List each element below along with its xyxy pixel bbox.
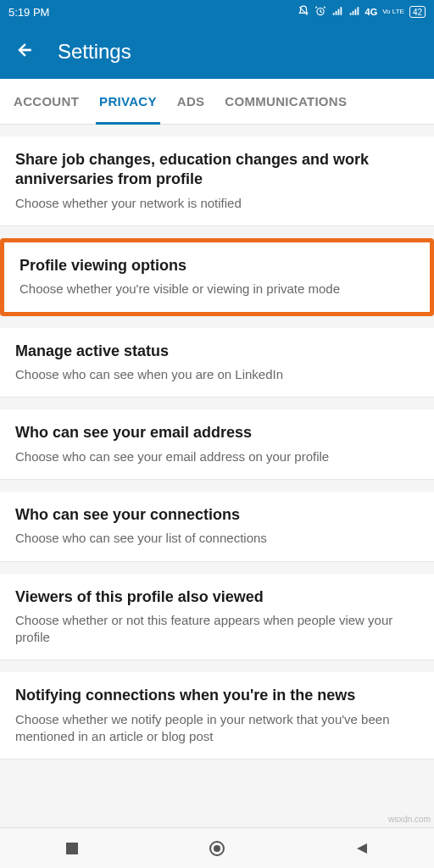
svg-point-3 xyxy=(214,845,220,852)
home-button[interactable] xyxy=(209,840,225,857)
setting-email-visibility[interactable]: Who can see your email address Choose wh… xyxy=(0,409,434,480)
setting-subtitle: Choose whether or not this feature appea… xyxy=(15,612,419,647)
setting-subtitle: Choose who can see when you are on Linke… xyxy=(15,366,419,383)
tab-account[interactable]: ACCOUNT xyxy=(14,79,79,124)
setting-title: Manage active status xyxy=(15,342,419,361)
status-bar: 5:19 PM 4G Vo LTE 42 xyxy=(0,0,434,24)
signal-icon-2 xyxy=(348,5,360,19)
setting-subtitle: Choose whether you're visible or viewing… xyxy=(19,281,415,298)
status-indicators: 4G Vo LTE 42 xyxy=(298,5,426,19)
page-title: Settings xyxy=(58,40,131,64)
android-nav-bar xyxy=(0,827,434,868)
setting-subtitle: Choose whether we notify people in your … xyxy=(15,711,419,746)
setting-title: Notifying connections when you're in the… xyxy=(15,686,419,705)
signal-icon xyxy=(331,5,343,19)
setting-profile-viewing-options[interactable]: Profile viewing options Choose whether y… xyxy=(4,242,430,312)
notification-off-icon xyxy=(298,5,309,19)
setting-manage-active-status[interactable]: Manage active status Choose who can see … xyxy=(0,328,434,398)
back-button[interactable] xyxy=(353,840,370,857)
alarm-icon xyxy=(314,5,326,19)
setting-viewers-also-viewed[interactable]: Viewers of this profile also viewed Choo… xyxy=(0,574,434,661)
setting-connections-visibility[interactable]: Who can see your connections Choose who … xyxy=(0,492,434,562)
volte-indicator: Vo LTE xyxy=(382,8,404,15)
setting-title: Who can see your email address xyxy=(15,423,419,442)
settings-list[interactable]: Share job changes, education changes and… xyxy=(0,125,434,827)
setting-title: Share job changes, education changes and… xyxy=(15,150,419,190)
highlight-annotation: Profile viewing options Choose whether y… xyxy=(0,238,434,316)
setting-title: Who can see your connections xyxy=(15,505,419,525)
network-type: 4G xyxy=(365,7,378,17)
setting-title: Viewers of this profile also viewed xyxy=(15,587,419,607)
tab-ads[interactable]: ADS xyxy=(177,79,205,124)
setting-title: Profile viewing options xyxy=(19,256,415,275)
battery-indicator: 42 xyxy=(409,6,426,18)
watermark: wsxdn.com xyxy=(388,815,431,824)
svg-rect-1 xyxy=(66,843,78,854)
tab-communications[interactable]: COMMUNICATIONS xyxy=(225,79,347,124)
tab-privacy[interactable]: PRIVACY xyxy=(99,79,157,124)
app-bar: Settings xyxy=(0,24,434,79)
setting-subtitle: Choose whether your network is notified xyxy=(15,195,419,212)
settings-tabs: ACCOUNT PRIVACY ADS COMMUNICATIONS xyxy=(0,79,434,125)
status-time: 5:19 PM xyxy=(8,6,49,19)
recent-apps-button[interactable] xyxy=(64,840,81,857)
setting-subtitle: Choose who can see your list of connecti… xyxy=(15,530,419,547)
setting-share-job-changes[interactable]: Share job changes, education changes and… xyxy=(0,136,434,226)
setting-subtitle: Choose who can see your email address on… xyxy=(15,448,419,465)
setting-notify-news[interactable]: Notifying connections when you're in the… xyxy=(0,672,434,760)
back-icon[interactable] xyxy=(15,41,34,63)
